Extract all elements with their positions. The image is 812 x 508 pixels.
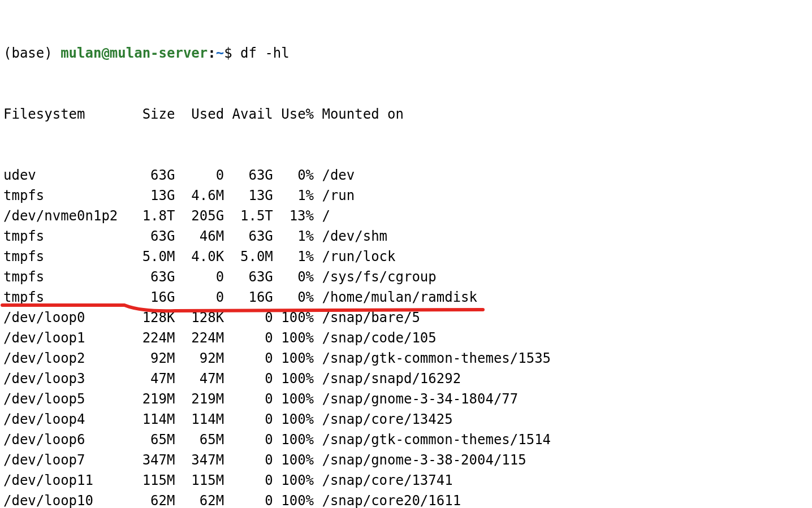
cell-mnt: /snap/core20/1611 bbox=[314, 490, 461, 508]
prompt-colon: : bbox=[208, 45, 215, 61]
cell-size: 115M bbox=[126, 470, 175, 490]
cell-usep: 100% bbox=[273, 450, 314, 470]
cell-used: 0 bbox=[175, 287, 224, 307]
prompt-user: mulan bbox=[61, 45, 101, 61]
cell-mnt: /sys/fs/cgroup bbox=[314, 267, 437, 287]
cell-used: 92M bbox=[175, 348, 224, 368]
table-row: /dev/loop4114M114M0100%/snap/core/13425 bbox=[3, 409, 809, 429]
cell-size: 62M bbox=[126, 490, 175, 508]
cell-avail: 0 bbox=[224, 307, 273, 328]
cell-usep: 0% bbox=[273, 287, 314, 307]
cell-fs: tmpfs bbox=[3, 185, 126, 206]
cell-size: 63G bbox=[126, 267, 175, 287]
col-filesystem: Filesystem bbox=[3, 104, 126, 124]
cell-size: 1.8T bbox=[126, 206, 175, 226]
cell-used: 224M bbox=[175, 328, 224, 348]
cell-fs: tmpfs bbox=[3, 267, 126, 287]
cell-usep: 100% bbox=[273, 409, 314, 429]
cell-fs: /dev/loop0 bbox=[3, 307, 126, 328]
cell-size: 347M bbox=[126, 450, 175, 470]
cell-usep: 100% bbox=[273, 490, 314, 508]
cell-used: 205G bbox=[175, 206, 224, 226]
cell-used: 114M bbox=[175, 409, 224, 429]
terminal-output[interactable]: (base) mulan@mulan-server:~$ df -hl File… bbox=[0, 0, 812, 508]
cell-size: 219M bbox=[126, 389, 175, 409]
cell-avail: 0 bbox=[224, 348, 273, 368]
cell-usep: 0% bbox=[273, 267, 314, 287]
cell-mnt: /snap/core/13741 bbox=[314, 470, 453, 490]
cell-size: 92M bbox=[126, 348, 175, 368]
cell-avail: 63G bbox=[224, 267, 273, 287]
command-text: df -hl bbox=[240, 45, 290, 61]
cell-avail: 16G bbox=[224, 287, 273, 307]
cell-mnt: /run/lock bbox=[314, 246, 395, 267]
cell-usep: 1% bbox=[273, 226, 314, 246]
cell-usep: 100% bbox=[273, 470, 314, 490]
cell-usep: 100% bbox=[273, 429, 314, 450]
cell-usep: 100% bbox=[273, 307, 314, 328]
cell-fs: /dev/loop10 bbox=[3, 490, 126, 508]
df-header-row: FilesystemSize UsedAvailUse%Mounted on bbox=[3, 104, 809, 124]
col-mounted-on: Mounted on bbox=[314, 104, 404, 124]
table-row: /dev/loop665M65M0100%/snap/gtk-common-th… bbox=[3, 429, 809, 450]
cell-used: 4.0K bbox=[175, 246, 224, 267]
table-row: tmpfs5.0M4.0K5.0M1%/run/lock bbox=[3, 246, 809, 267]
cell-size: 47M bbox=[126, 368, 175, 389]
cell-avail: 0 bbox=[224, 368, 273, 389]
cell-size: 63G bbox=[126, 165, 175, 185]
table-row: tmpfs13G4.6M13G1%/run bbox=[3, 185, 809, 206]
cell-usep: 13% bbox=[273, 206, 314, 226]
cell-avail: 5.0M bbox=[224, 246, 273, 267]
cell-used: 0 bbox=[175, 165, 224, 185]
cell-size: 65M bbox=[126, 429, 175, 450]
cell-mnt: /run bbox=[314, 185, 355, 206]
prompt-path: ~ bbox=[216, 45, 224, 61]
cell-mnt: /snap/bare/5 bbox=[314, 307, 420, 328]
cell-avail: 0 bbox=[224, 490, 273, 508]
table-row: tmpfs63G46M63G1%/dev/shm bbox=[3, 226, 809, 246]
cell-usep: 1% bbox=[273, 246, 314, 267]
col-avail: Avail bbox=[224, 104, 273, 124]
table-row: /dev/loop11115M115M0100%/snap/core/13741 bbox=[3, 470, 809, 490]
prompt-line: (base) mulan@mulan-server:~$ df -hl bbox=[3, 43, 809, 63]
cell-avail: 0 bbox=[224, 409, 273, 429]
table-row: tmpfs63G063G0%/sys/fs/cgroup bbox=[3, 267, 809, 287]
cell-mnt: /snap/core/13425 bbox=[314, 409, 453, 429]
cell-fs: /dev/loop6 bbox=[3, 429, 126, 450]
cell-avail: 0 bbox=[224, 450, 273, 470]
cell-usep: 100% bbox=[273, 368, 314, 389]
cell-fs: /dev/loop4 bbox=[3, 409, 126, 429]
cell-size: 63G bbox=[126, 226, 175, 246]
cell-fs: /dev/loop11 bbox=[3, 470, 126, 490]
cell-used: 4.6M bbox=[175, 185, 224, 206]
table-row: /dev/loop0128K128K0100%/snap/bare/5 bbox=[3, 307, 809, 328]
cell-used: 46M bbox=[175, 226, 224, 246]
col-use-percent: Use% bbox=[273, 104, 314, 124]
cell-usep: 100% bbox=[273, 348, 314, 368]
cell-fs: /dev/loop5 bbox=[3, 389, 126, 409]
cell-fs: tmpfs bbox=[3, 226, 126, 246]
cell-fs: /dev/loop2 bbox=[3, 348, 126, 368]
table-row: /dev/loop292M92M0100%/snap/gtk-common-th… bbox=[3, 348, 809, 368]
col-used: Used bbox=[175, 104, 224, 124]
cell-mnt: /snap/snapd/16292 bbox=[314, 368, 461, 389]
table-row: /dev/loop1224M224M0100%/snap/code/105 bbox=[3, 328, 809, 348]
table-row: /dev/loop1062M62M0100%/snap/core20/1611 bbox=[3, 490, 809, 508]
cell-size: 13G bbox=[126, 185, 175, 206]
cell-avail: 0 bbox=[224, 470, 273, 490]
cell-avail: 0 bbox=[224, 389, 273, 409]
table-row: tmpfs16G016G0%/home/mulan/ramdisk bbox=[3, 287, 809, 307]
cell-avail: 63G bbox=[224, 226, 273, 246]
cell-usep: 1% bbox=[273, 185, 314, 206]
cell-fs: /dev/nvme0n1p2 bbox=[3, 206, 126, 226]
cell-used: 115M bbox=[175, 470, 224, 490]
cell-fs: udev bbox=[3, 165, 126, 185]
cell-used: 128K bbox=[175, 307, 224, 328]
cell-fs: /dev/loop7 bbox=[3, 450, 126, 470]
cell-avail: 0 bbox=[224, 429, 273, 450]
cell-avail: 63G bbox=[224, 165, 273, 185]
prompt-dollar: $ bbox=[224, 45, 240, 61]
cell-fs: tmpfs bbox=[3, 287, 126, 307]
prompt-host: mulan-server bbox=[110, 45, 208, 61]
table-row: /dev/nvme0n1p21.8T205G1.5T13%/ bbox=[3, 206, 809, 226]
